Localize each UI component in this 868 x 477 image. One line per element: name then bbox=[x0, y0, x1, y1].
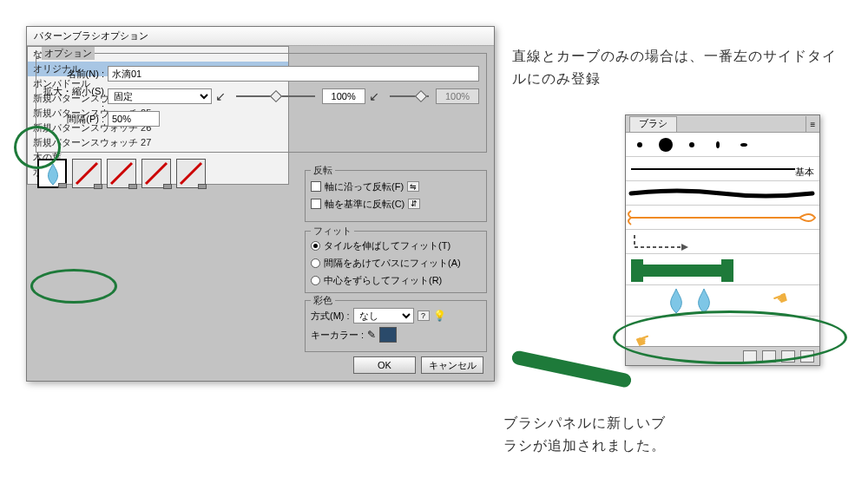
flip-group: 反転 軸に沿って反転(F) ⇋ 軸を基準に反転(C) ⇵ bbox=[305, 170, 487, 222]
flip-across-icon: ⇵ bbox=[408, 199, 420, 209]
svg-rect-12 bbox=[631, 259, 643, 271]
svg-rect-14 bbox=[721, 259, 733, 271]
svg-point-7 bbox=[716, 141, 720, 148]
scale-slider[interactable] bbox=[236, 95, 315, 97]
fit-center-radio[interactable] bbox=[311, 276, 320, 285]
svg-point-5 bbox=[659, 138, 673, 152]
brush-row[interactable] bbox=[626, 181, 819, 206]
colorize-group: 彩色 方式(M) : なし ? 💡 キーカラー : ✎ bbox=[305, 300, 487, 352]
tile-end[interactable] bbox=[176, 159, 206, 188]
basic-line-icon bbox=[626, 157, 819, 181]
panel-tabbar: ブラシ ≡ bbox=[626, 115, 819, 133]
name-input[interactable] bbox=[108, 66, 479, 82]
remove-stroke-icon[interactable] bbox=[743, 350, 757, 363]
brush-row[interactable] bbox=[626, 230, 819, 254]
annotation-bottom: ブラシパネルに新しいブ ラシが追加されました。 bbox=[503, 412, 764, 456]
tile-side[interactable] bbox=[37, 159, 67, 188]
brush-row[interactable] bbox=[626, 254, 819, 285]
options-group: オプション 名前(N) : 拡大・縮小(S) : 固定 ↘ 100% ↘ bbox=[36, 53, 487, 153]
fit-stretch-label: タイルを伸ばしてフィット(T) bbox=[324, 239, 450, 252]
annotation-top: 直線とカーブのみの場合は、一番左のサイドタイルにのみ登録 bbox=[512, 45, 851, 89]
new-brush-icon[interactable] bbox=[781, 350, 795, 363]
flip-legend: 反転 bbox=[311, 164, 335, 177]
scale-label: 拡大・縮小(S) : bbox=[43, 85, 104, 108]
tile-row bbox=[37, 159, 206, 188]
eyedropper-icon[interactable]: ✎ bbox=[367, 329, 376, 341]
color-legend: 彩色 bbox=[311, 294, 335, 307]
flip-origin-label: 軸を基準に反転(C) bbox=[325, 198, 404, 211]
fit-group: フィット タイルを伸ばしてフィット(T) 間隔をあけてパスにフィット(A) 中心… bbox=[305, 231, 487, 293]
svg-line-0 bbox=[76, 163, 97, 184]
charcoal-brush-icon bbox=[626, 181, 819, 206]
fit-space-label: 間隔をあけてパスにフィット(A) bbox=[324, 257, 461, 270]
scale-select[interactable]: 固定 bbox=[108, 88, 212, 104]
trash-icon[interactable] bbox=[800, 350, 814, 363]
tile-outer-corner[interactable] bbox=[72, 159, 102, 188]
svg-point-4 bbox=[637, 142, 642, 147]
fit-legend: フィット bbox=[311, 225, 354, 238]
svg-rect-15 bbox=[721, 270, 733, 282]
tile-inner-corner[interactable] bbox=[107, 159, 136, 188]
round-brushes-icon bbox=[626, 133, 819, 157]
keycolor-label: キーカラー : bbox=[311, 329, 364, 342]
svg-line-1 bbox=[111, 163, 132, 184]
keycolor-swatch[interactable] bbox=[379, 327, 397, 343]
fit-stretch-radio[interactable] bbox=[311, 241, 320, 251]
magnifier-handle bbox=[510, 350, 632, 389]
flip-along-icon: ⇋ bbox=[407, 181, 419, 192]
flip-origin-checkbox[interactable] bbox=[311, 199, 321, 209]
dashed-brush-icon bbox=[626, 230, 819, 254]
panel-body: 基本 bbox=[626, 133, 819, 346]
spacing-input[interactable] bbox=[108, 111, 160, 127]
scale-slider-2[interactable] bbox=[390, 95, 429, 97]
svg-point-6 bbox=[689, 142, 694, 147]
tips-icon[interactable]: ? bbox=[418, 310, 430, 321]
options-legend: オプション bbox=[42, 47, 95, 60]
slider-mid-icon: ↘ bbox=[369, 89, 379, 103]
brush-row[interactable] bbox=[626, 133, 819, 157]
orange-art-brush-icon bbox=[626, 206, 819, 230]
ok-button[interactable]: OK bbox=[353, 356, 416, 374]
slider-start-icon: ↘ bbox=[215, 89, 226, 103]
green-blocks-brush-icon bbox=[626, 254, 819, 285]
scale-right-pct: 100% bbox=[436, 88, 479, 104]
method-label: 方式(M) : bbox=[311, 310, 350, 323]
svg-line-3 bbox=[181, 163, 201, 184]
teardrop-brush-icon bbox=[626, 285, 819, 317]
svg-line-2 bbox=[146, 163, 167, 184]
dialog-buttons: OK キャンセル bbox=[353, 356, 483, 374]
brushes-panel: ブラシ ≡ 基本 bbox=[625, 114, 820, 366]
options-icon[interactable] bbox=[762, 350, 776, 363]
cancel-button[interactable]: キャンセル bbox=[421, 356, 483, 374]
basic-label: 基本 bbox=[795, 166, 814, 179]
scale-left-pct[interactable]: 100% bbox=[322, 88, 365, 104]
dialog-title: パターンブラシオプション bbox=[27, 27, 494, 46]
method-select[interactable]: なし bbox=[353, 308, 414, 323]
brush-row-new[interactable] bbox=[626, 285, 819, 317]
brushes-tab[interactable]: ブラシ bbox=[629, 116, 677, 132]
flip-axis-checkbox[interactable] bbox=[311, 181, 321, 192]
name-label: 名前(N) : bbox=[43, 68, 104, 81]
bulb-icon[interactable]: 💡 bbox=[433, 310, 446, 322]
brush-row[interactable] bbox=[626, 206, 819, 230]
svg-rect-13 bbox=[643, 265, 721, 277]
tile-start[interactable] bbox=[141, 159, 171, 188]
panel-menu-icon[interactable]: ≡ bbox=[806, 116, 819, 132]
svg-marker-10 bbox=[681, 244, 688, 251]
flip-axis-label: 軸に沿って反転(F) bbox=[325, 180, 404, 193]
fit-space-radio[interactable] bbox=[311, 258, 320, 268]
spacing-label: 間隔(P) : bbox=[43, 113, 104, 126]
fit-center-label: 中心をずらしてフィット(R) bbox=[324, 274, 442, 287]
svg-point-8 bbox=[740, 143, 747, 147]
pattern-brush-options-dialog: パターンブラシオプション オプション 名前(N) : 拡大・縮小(S) : 固定… bbox=[26, 26, 495, 382]
brush-row[interactable]: 基本 bbox=[626, 157, 819, 181]
panel-footer bbox=[626, 346, 819, 365]
svg-rect-11 bbox=[631, 270, 643, 282]
